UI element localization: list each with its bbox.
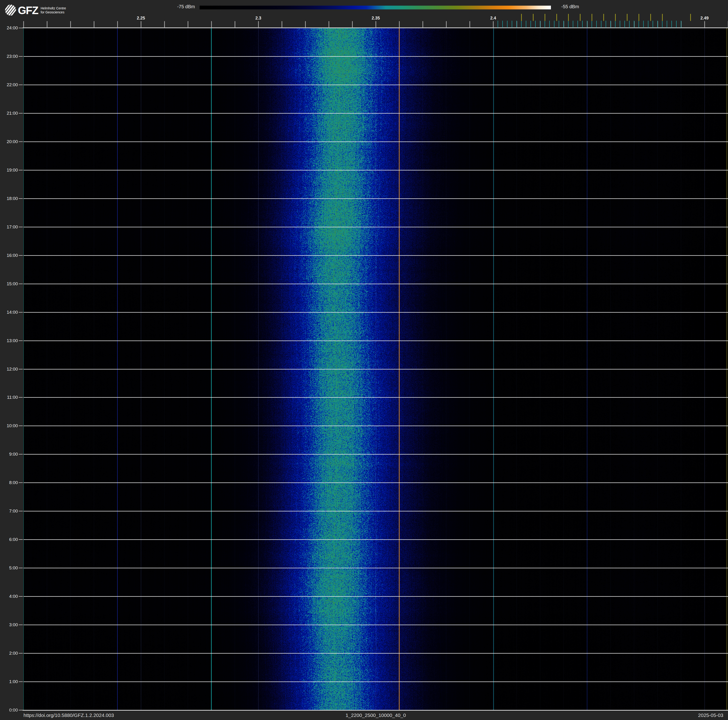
time-tick [19, 340, 23, 341]
ble-channel-tick [643, 21, 644, 28]
time-tick [19, 710, 23, 710]
time-tick [19, 141, 23, 142]
ble-channel-tick [544, 21, 545, 28]
time-tick-label: 21:00 [0, 110, 18, 116]
wifi-channel-tick [690, 14, 691, 21]
time-tick-label: 16:00 [0, 253, 18, 258]
ble-channel-tick [502, 21, 503, 28]
ble-channel-tick [620, 21, 620, 28]
time-tick-label: 19:00 [0, 167, 18, 173]
freq-tick-label: 2.3 [248, 16, 269, 21]
wifi-channel-tick [662, 14, 663, 21]
ble-channel-tick [610, 21, 611, 28]
ble-channel-tick [671, 21, 672, 28]
ble-channel-tick [578, 21, 578, 28]
time-tick-label: 6:00 [0, 537, 18, 542]
ble-channel-tick [657, 21, 658, 28]
freq-tick-label: 2.49 [694, 16, 715, 21]
time-tick-label: 18:00 [0, 196, 18, 201]
time-tick [19, 454, 23, 455]
ble-channel-tick [601, 21, 601, 28]
time-tick [19, 426, 23, 426]
time-tick-label: 17:00 [0, 224, 18, 230]
wifi-channel-tick [603, 14, 604, 21]
time-tick-label: 1:00 [0, 679, 18, 685]
ble-channel-tick [667, 21, 667, 28]
footer-doi-link[interactable]: https://doi.org/10.5880/GFZ.1.2.2024.003 [23, 712, 114, 719]
gfz-tagline-line1: Helmholtz Centre [41, 6, 66, 10]
wifi-channel-tick [544, 14, 545, 21]
time-tick [19, 568, 23, 568]
ble-channel-tick [507, 21, 508, 28]
gfz-logo-tagline: Helmholtz Centre for Geosciences [41, 6, 66, 14]
time-tick-label: 14:00 [0, 309, 18, 315]
wifi-channel-tick [533, 14, 534, 21]
ble-channel-tick [596, 21, 597, 28]
ble-channel-tick [615, 21, 615, 28]
time-tick [19, 170, 23, 170]
ble-channel-tick [516, 21, 517, 28]
freq-tick [704, 21, 705, 28]
ble-channel-tick [681, 21, 681, 28]
wifi-channel-tick [580, 14, 581, 21]
ble-channel-tick [535, 21, 536, 28]
ble-channel-tick [662, 21, 662, 28]
time-tick-label: 2:00 [0, 650, 18, 656]
ble-channel-tick [676, 21, 677, 28]
freq-tick [281, 21, 282, 28]
freq-tick [141, 21, 141, 28]
time-tick-label: 22:00 [0, 82, 18, 88]
time-tick-label: 8:00 [0, 480, 18, 486]
time-tick [19, 113, 23, 113]
ble-channel-tick [521, 21, 522, 28]
ble-channel-tick [634, 21, 634, 28]
time-tick-label: 13:00 [0, 338, 18, 343]
colorbar [200, 6, 551, 9]
ble-channel-tick [587, 21, 587, 28]
freq-tick-label: 2.25 [130, 16, 151, 21]
time-tick [19, 227, 23, 227]
time-tick [19, 682, 23, 682]
ble-channel-tick [573, 21, 573, 28]
time-tick [19, 198, 23, 199]
footer-filename: 1_2200_2500_10000_40_0 [141, 712, 610, 719]
time-tick [19, 283, 23, 284]
freq-tick [493, 21, 494, 28]
time-tick-label: 4:00 [0, 594, 18, 599]
time-tick [19, 397, 23, 398]
ble-channel-tick [554, 21, 554, 28]
time-tick-label: 10:00 [0, 423, 18, 429]
footer-date: 2025-05-03 [610, 712, 726, 719]
freq-tick [352, 21, 353, 28]
wifi-channel-tick [615, 14, 616, 21]
ble-channel-tick [639, 21, 639, 28]
freq-tick [94, 21, 95, 28]
time-tick-label: 24:00 [0, 25, 18, 31]
time-tick-label: 5:00 [0, 565, 18, 571]
time-tick [19, 625, 23, 625]
ble-channel-tick [648, 21, 648, 28]
ble-channel-tick [512, 21, 512, 28]
freq-tick [117, 21, 118, 28]
time-tick [19, 483, 23, 483]
spectrogram-page: GFZ Helmholtz Centre for Geosciences -75… [0, 0, 728, 720]
time-tick-label: 15:00 [0, 281, 18, 287]
freq-tick [376, 21, 376, 28]
ble-channel-tick [540, 21, 540, 28]
wifi-channel-tick [627, 14, 627, 21]
freq-tick [422, 21, 423, 28]
time-tick-label: 20:00 [0, 139, 18, 144]
spectrogram-gridlines-overlay [23, 28, 728, 710]
wifi-channel-tick [568, 14, 569, 21]
ble-channel-tick [563, 21, 564, 28]
time-tick [19, 84, 23, 85]
ble-channel-tick [582, 21, 583, 28]
ble-channel-tick [549, 21, 550, 28]
time-tick-label: 3:00 [0, 622, 18, 628]
time-tick [19, 511, 23, 511]
ble-channel-tick [624, 21, 625, 28]
freq-tick [235, 21, 235, 28]
ble-channel-tick [559, 21, 559, 28]
freq-tick-label: 2.35 [365, 16, 386, 21]
freq-tick [211, 21, 212, 28]
